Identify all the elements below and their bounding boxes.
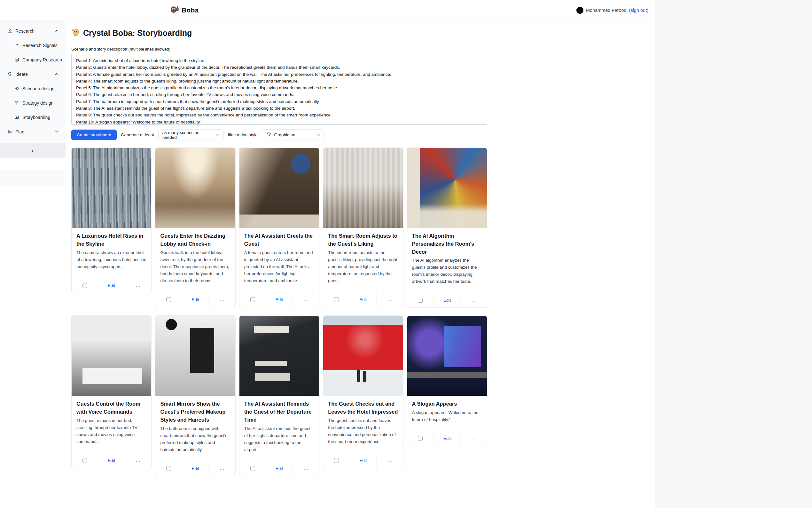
sidebar-item-scenario-design[interactable]: Scenario design: [0, 81, 65, 96]
select-checkbox[interactable]: [334, 297, 339, 302]
card-footer: Edit ...: [239, 461, 319, 476]
edit-button[interactable]: Edit: [276, 297, 283, 302]
scene-image: [323, 148, 403, 228]
diamond-icon: [14, 86, 19, 91]
scenario-textarea[interactable]: Panel 1: An exterior shot of a luxurious…: [71, 54, 487, 125]
scene-description: Guests walk into the hotel lobby, awestr…: [160, 249, 230, 289]
sidebar-item-ideate[interactable]: Ideate: [0, 67, 65, 81]
edit-button[interactable]: Edit: [359, 458, 367, 463]
sidebar-item-research[interactable]: Research: [0, 24, 65, 38]
app-window: Boba Mohammed Farooq (sign out) Research: [0, 0, 655, 508]
edit-button[interactable]: Edit: [443, 298, 451, 303]
edit-button[interactable]: Edit: [359, 297, 367, 302]
scene-description: A female guest enters her room and is gr…: [244, 249, 314, 289]
edit-button[interactable]: Edit: [443, 436, 451, 441]
storyboard-card: A Slogan Appears A slogan appears: 'Welc…: [407, 315, 487, 446]
scene-title: The AI Assistant Reminds the Guest of He…: [244, 400, 314, 424]
storyboard-card: Smart Mirrors Show the Guest's Preferred…: [155, 315, 235, 476]
more-options-button[interactable]: ...: [387, 458, 392, 463]
scene-count-select[interactable]: as many scenes as needed: [158, 129, 224, 140]
more-options-button[interactable]: ...: [304, 466, 308, 471]
scene-title: The Smart Room Adjusts to the Guest's Li…: [328, 232, 398, 248]
scene-description: The guest checks out and leaves the hote…: [328, 417, 398, 450]
card-footer: Edit ...: [239, 292, 319, 307]
illustration-style-select[interactable]: Graphic art: [263, 129, 325, 140]
more-options-button[interactable]: ...: [136, 283, 141, 288]
select-checkbox[interactable]: [166, 466, 171, 471]
create-storyboard-button[interactable]: Create storyboard: [71, 130, 117, 140]
scene-image: [407, 148, 487, 228]
chevron-down-icon: [55, 129, 58, 135]
more-options-button[interactable]: ...: [220, 297, 225, 302]
storyboard-card: Guests Control the Room with Voice Comma…: [71, 315, 151, 468]
card-footer: Edit ...: [323, 453, 403, 468]
more-options-button[interactable]: ...: [136, 458, 141, 463]
edit-button[interactable]: Edit: [108, 283, 115, 288]
sidebar-item-strategy-design[interactable]: Strategy design: [0, 96, 65, 110]
sidebar: Research Research Signals Company Res: [0, 20, 65, 508]
card-footer: Edit ...: [323, 292, 403, 307]
sidebar-item-storyboarding[interactable]: Storyboarding: [0, 110, 65, 124]
sidebar-collapse-button[interactable]: <: [0, 143, 65, 158]
more-options-button[interactable]: ...: [471, 436, 476, 441]
storyboard-card: The Guest Checks out and Leaves the Hote…: [323, 315, 403, 468]
controls-row: Create storyboard Generate at least as m…: [71, 129, 647, 140]
scene-description: A slogan appears: 'Welcome to the future…: [412, 409, 482, 428]
sidebar-item-company-research[interactable]: Company Research: [0, 52, 65, 67]
generate-at-least-label: Generate at least: [121, 132, 154, 137]
scene-title: Guests Enter the Dazzling Lobby and Chec…: [160, 232, 230, 248]
scene-image: [71, 148, 151, 228]
scatter-chart-icon: [14, 43, 19, 48]
scene-description: The bathroom is equipped with smart mirr…: [160, 425, 230, 458]
storyboard-card: The AI Assistant Greets the Guest A fema…: [239, 147, 319, 307]
scene-image: [323, 316, 403, 396]
scene-title: The AI Assistant Greets the Guest: [244, 232, 314, 248]
main-content: Crystal Boba: Storyboarding Scenario and…: [65, 20, 655, 508]
sidebar-item-label: Research: [15, 29, 51, 34]
select-checkbox[interactable]: [418, 436, 423, 441]
user-name: Mohammed Farooq: [586, 8, 627, 13]
card-footer: Edit ...: [155, 461, 235, 476]
edit-button[interactable]: Edit: [191, 297, 199, 302]
select-checkbox[interactable]: [83, 458, 87, 463]
scene-description: The guest relaxes in her bed, scrolling …: [77, 417, 146, 450]
scene-image: [239, 148, 319, 228]
select-checkbox[interactable]: [83, 283, 87, 288]
more-options-button[interactable]: ...: [304, 297, 308, 302]
scene-description: The AI algorithm analyzes the guest's pr…: [412, 257, 482, 290]
select-checkbox[interactable]: [250, 297, 255, 302]
sidebar-item-plan[interactable]: Plan: [0, 124, 65, 139]
page-title-text: Crystal Boba: Storyboarding: [83, 29, 192, 38]
select-checkbox[interactable]: [250, 466, 255, 471]
scene-description: The camera shows an exterior shot of a t…: [77, 249, 146, 275]
edit-button[interactable]: Edit: [276, 466, 283, 471]
select-checkbox[interactable]: [166, 297, 171, 302]
card-footer: Edit ...: [155, 292, 235, 307]
edit-button[interactable]: Edit: [191, 466, 199, 471]
sidebar-item-label: Plan: [15, 129, 51, 134]
sidebar-item-research-signals[interactable]: Research Signals: [0, 38, 65, 52]
card-footer: Edit ...: [407, 293, 487, 307]
spreadsheet-icon: [14, 57, 19, 62]
more-options-button[interactable]: ...: [471, 298, 476, 303]
sidebar-item-label: Strategy design: [22, 100, 58, 105]
top-bar: Boba Mohammed Farooq (sign out): [0, 0, 655, 20]
more-options-button[interactable]: ...: [387, 297, 392, 302]
select-checkbox[interactable]: [334, 458, 339, 463]
user-box: Mohammed Farooq (sign out): [576, 7, 648, 14]
user-avatar: [576, 7, 583, 14]
sidebar-nav: Research Research Signals Company Res: [0, 20, 65, 143]
edit-button[interactable]: Edit: [108, 458, 115, 463]
collapse-arrow-icon: <: [31, 148, 34, 154]
sidebar-gap: [0, 158, 65, 170]
more-options-button[interactable]: ...: [220, 466, 225, 471]
select-checkbox[interactable]: [418, 298, 423, 303]
storyboard-card: Guests Enter the Dazzling Lobby and Chec…: [155, 147, 235, 307]
scene-image: [155, 316, 235, 396]
scene-description: The AI assistant reminds the guest of he…: [244, 425, 314, 458]
sidebar-item-label: Company Research: [22, 57, 62, 62]
paint-roller-icon: [267, 132, 272, 137]
sidebar-item-label: Ideate: [15, 72, 51, 77]
scene-image: [239, 316, 319, 396]
sign-out-link[interactable]: (sign out): [629, 8, 648, 13]
